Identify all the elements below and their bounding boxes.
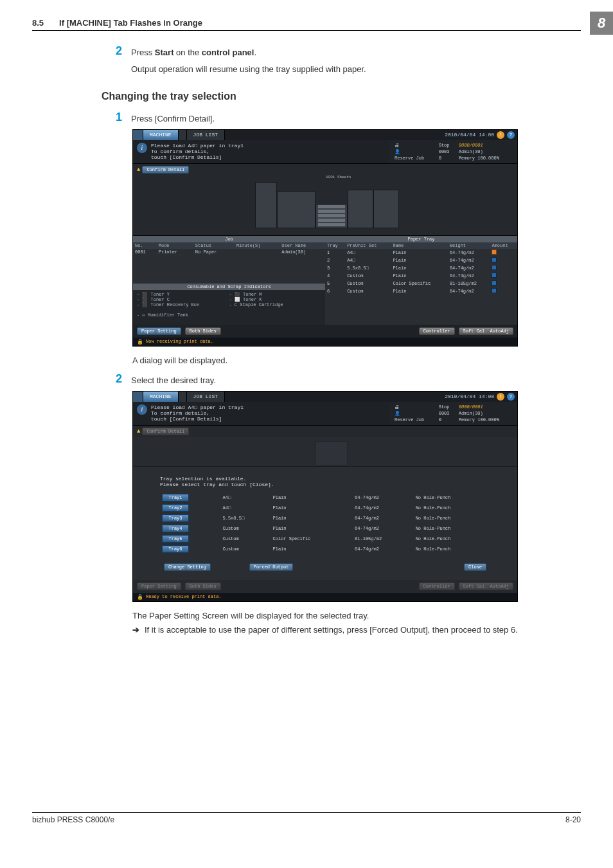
consumables-panel: - ⬛ Toner Y - ⬛ Toner C - ⬛ Toner Recove… [133,290,325,325]
step-text: Select the desired tray. [131,373,581,387]
tab-divider-icon [179,392,187,402]
t: touch [Confirm Details] [151,154,244,160]
step-row: 2 Select the desired tray. [102,373,581,387]
tray-row[interactable]: 1A4□Plain64-74g/m2 [325,249,517,257]
note-text: If it is acceptable to use the paper of … [145,624,518,637]
machine-diagram-dim [133,437,517,467]
amount-icon [492,257,497,262]
paper-setting-button: Paper Setting [137,583,181,590]
tray-button[interactable]: Tray5 [162,535,189,543]
step-number: 2 [102,373,131,387]
help-icon[interactable]: ? [507,393,515,401]
col: Minute(S) [235,242,280,249]
tray-row[interactable]: 2A4□Plain64-74g/m2 [325,257,517,264]
warning-icon: ▲ [137,428,140,435]
menu-icon[interactable] [133,392,143,402]
tab-joblist[interactable]: JOB LIST [187,130,225,140]
t: Start [155,48,174,57]
t: 100.000% [477,417,499,422]
chapter-badge: 8 [590,12,613,35]
menu-icon[interactable] [133,130,143,140]
t: Tray selection is available. [160,476,490,482]
t: Toner Y [151,292,170,297]
tray-row[interactable]: 6CustomPlain64-74g/m2 [325,287,517,295]
tray-option[interactable]: Tray5CustomColor Specific81-105g/m2No Ho… [160,534,490,544]
tray-option[interactable]: Tray35.5x8.5□Plain64-74g/m2No Hole-Punch [160,513,490,523]
alert-icon[interactable]: ! [497,131,504,139]
datetime: 2010/04/04 14:00 [445,393,494,399]
remaining-label: 1001 Sheets [326,176,351,179]
tray-row[interactable]: 35.5x8.5□Plain64-74g/m2 [325,264,517,272]
t: Stop [437,143,456,148]
tab-machine[interactable]: MACHINE [143,392,179,402]
step-row: 1 Press [Confirm Detail]. [102,111,581,125]
step-text: Press [Confirm Detail]. [131,111,581,125]
tray-button[interactable]: Tray6 [162,545,189,553]
t: Toner Recovery Box [151,302,200,307]
t: To confirm details, [151,149,244,154]
arrow-icon: ➔ [132,624,139,637]
tab-divider-icon [179,130,187,140]
amount-icon [492,265,497,270]
step-row: 2 Press Start on the control panel. [102,45,581,59]
machine-diagram: 1001 Sheets [133,176,517,236]
job-number: 0000/0001 [457,404,513,410]
t: Toner K [243,297,262,302]
top-bar: MACHINE JOB LIST 2010/04/04 14:00 ! ? [133,130,517,140]
top-bar: MACHINE JOB LIST 2010/04/04 14:00 ! ? [133,392,517,402]
alert-icon[interactable]: ! [497,393,504,401]
soft-cal-button[interactable]: Soft Cal. AutoAdj [459,327,513,335]
c: Printer [157,249,193,255]
status-panel: 🖨Stop0000/0001 👤0003Admin(30) Reserve Jo… [389,140,517,163]
confirm-detail-button[interactable]: Confirm Detail [142,166,189,174]
tab-joblist[interactable]: JOB LIST [187,392,225,402]
t: Press [131,48,155,57]
change-setting-button[interactable]: Change Setting [164,563,211,571]
lock-icon: 🔒 [137,339,143,345]
section-number: 8.5 [32,18,44,28]
tray-button[interactable]: Tray1 [162,494,189,502]
forced-output-button[interactable]: Forced Output [249,563,294,571]
tray-button[interactable]: Tray4 [162,525,189,532]
t: . [254,48,256,57]
info-icon: i [137,143,147,153]
amount-icon [492,249,497,255]
job-row[interactable]: 0001 Printer No Paper Admin(30) [133,249,325,255]
t: 0 [437,417,456,422]
paper-setting-button[interactable]: Paper Setting [137,327,181,335]
t: 0003 [437,149,456,154]
arrow-note: ➔ If it is acceptable to use the paper o… [132,624,581,637]
bottom-bar: Paper Setting Both Sides Controller Soft… [133,325,517,338]
col: PreUnit Set [345,242,391,249]
page-header: 8.5 If [MACHINE] Tab Flashes in Orange [32,18,581,31]
tray-option[interactable]: Tray6CustomPlain64-74g/m2No Hole-Punch [160,544,490,554]
tray-row[interactable]: 5CustomColor Specific81-105g/m2 [325,280,517,287]
datetime: 2010/04/04 14:00 [445,132,494,138]
tray-button[interactable]: Tray2 [162,504,189,512]
tray-button[interactable]: Tray3 [162,514,189,522]
page-footer: bizhub PRESS C8000/e 8-20 [32,812,581,824]
t: Toner C [151,297,170,302]
both-sides-button[interactable]: Both Sides [185,327,221,335]
controller-button: Controller [419,583,455,590]
step-subtext: Output operation will resume using the t… [131,63,581,76]
step-number: 1 [102,111,131,125]
caption: A dialog will be displayed. [132,354,581,367]
controller-button[interactable]: Controller [419,327,455,335]
status-panel: 🖨Stop0000/0001 👤0003Admin(30) Reserve Jo… [389,402,517,425]
col: Tray [325,242,345,249]
tab-machine[interactable]: MACHINE [143,130,179,140]
c: Admin(30) [280,249,325,255]
t: Memory [459,417,475,422]
t: Humidifier Tank [148,312,188,318]
t: Reserve Job [393,156,436,161]
tray-option[interactable]: Tray2A4□Plain64-74g/m2No Hole-Punch [160,503,490,513]
help-icon[interactable]: ? [507,131,515,139]
tray-option[interactable]: Tray4CustomPlain64-74g/m2No Hole-Punch [160,523,490,534]
t: Reserve Job [393,417,436,422]
t: 0003 [437,411,456,416]
status-text: Ready to receive print data. [146,594,222,599]
close-button[interactable]: Close [464,563,486,571]
tray-option[interactable]: Tray1A4□Plain64-74g/m2No Hole-Punch [160,493,490,503]
tray-row[interactable]: 4CustomPlain64-74g/m2 [325,272,517,280]
